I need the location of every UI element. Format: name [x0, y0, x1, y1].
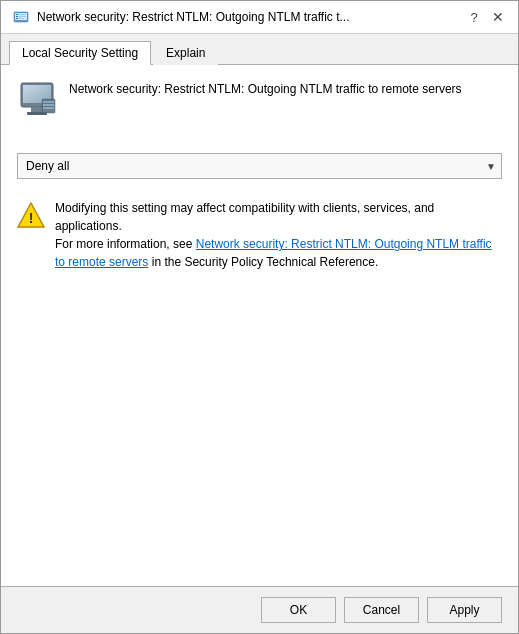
close-button[interactable]: ✕	[490, 9, 506, 25]
policy-header: Network security: Restrict NTLM: Outgoin…	[17, 81, 502, 129]
apply-button[interactable]: Apply	[427, 597, 502, 623]
tab-local-security[interactable]: Local Security Setting	[9, 41, 151, 65]
svg-rect-11	[31, 107, 43, 112]
server-icon	[17, 81, 57, 121]
svg-rect-7	[19, 18, 24, 19]
warning-icon: !	[17, 201, 45, 229]
ok-button[interactable]: OK	[261, 597, 336, 623]
footer: OK Cancel Apply	[1, 586, 518, 633]
tab-content: Network security: Restrict NTLM: Outgoin…	[1, 65, 518, 586]
policy-title: Network security: Restrict NTLM: Outgoin…	[69, 81, 462, 98]
help-button[interactable]: ?	[466, 9, 482, 25]
svg-rect-4	[16, 16, 18, 17]
window-title: Network security: Restrict NTLM: Outgoin…	[37, 10, 350, 24]
title-bar-left: Network security: Restrict NTLM: Outgoin…	[13, 9, 466, 25]
tab-bar: Local Security Setting Explain	[1, 34, 518, 65]
svg-rect-16	[43, 107, 54, 109]
svg-text:!: !	[29, 210, 34, 226]
svg-rect-15	[43, 104, 54, 106]
deny-all-select[interactable]: Allow all Audit all Deny all	[17, 153, 502, 179]
dropdown-wrapper: Allow all Audit all Deny all ▼	[17, 153, 502, 179]
cancel-button[interactable]: Cancel	[344, 597, 419, 623]
tab-explain[interactable]: Explain	[153, 41, 218, 65]
warning-box: ! Modifying this setting may affect comp…	[17, 195, 502, 275]
warning-text: Modifying this setting may affect compat…	[55, 199, 502, 271]
svg-rect-14	[43, 101, 54, 103]
main-window: Network security: Restrict NTLM: Outgoin…	[0, 0, 519, 634]
title-bar: Network security: Restrict NTLM: Outgoin…	[1, 1, 518, 34]
svg-rect-6	[16, 18, 18, 19]
title-bar-controls: ? ✕	[466, 9, 506, 25]
svg-rect-3	[19, 14, 26, 15]
svg-rect-5	[19, 16, 26, 17]
window-icon	[13, 9, 29, 25]
svg-rect-2	[16, 14, 18, 15]
dropdown-container: Allow all Audit all Deny all ▼	[17, 153, 502, 179]
